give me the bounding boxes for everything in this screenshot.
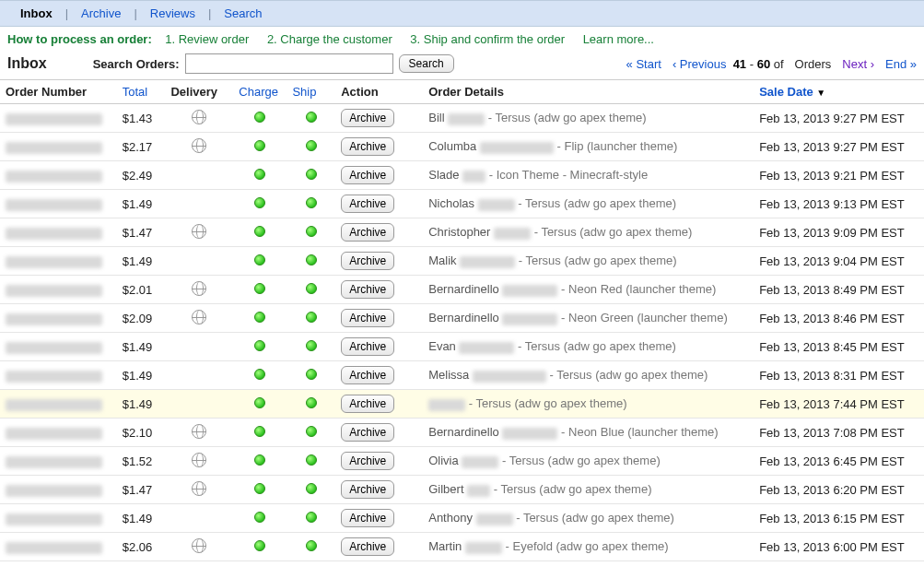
cell-delivery [165, 104, 233, 133]
status-dot-icon [254, 369, 265, 380]
pager-start[interactable]: « Start [626, 57, 661, 71]
archive-button[interactable]: Archive [341, 137, 394, 156]
table-row[interactable]: $2.17ArchiveColumba - Flip (launcher the… [0, 133, 924, 161]
archive-button[interactable]: Archive [341, 480, 394, 499]
header-ship[interactable]: Ship [287, 80, 335, 104]
customer-first-name: Columba [428, 139, 476, 153]
order-number-redacted [6, 399, 102, 411]
customer-first-name: Martin [428, 539, 462, 553]
help-learn-more[interactable]: Learn more... [583, 32, 654, 46]
cell-total: $2.49 [117, 161, 166, 190]
table-row[interactable]: $2.01ArchiveBernardinello - Neon Red (la… [0, 276, 924, 304]
archive-button[interactable]: Archive [341, 252, 394, 270]
cell-action: Archive [335, 104, 423, 133]
archive-button[interactable]: Archive [341, 509, 394, 527]
status-dot-icon [306, 512, 317, 523]
archive-button[interactable]: Archive [341, 166, 394, 184]
table-row[interactable]: $1.49Archive - Tersus (adw go apex theme… [0, 390, 924, 419]
header-sale-date[interactable]: Sale Date ▼ [754, 80, 924, 104]
cell-ship [287, 533, 335, 561]
cell-total: $1.47 [117, 218, 166, 247]
customer-last-name-redacted [459, 342, 514, 354]
table-row[interactable]: $2.10ArchiveBernardinello - Neon Blue (l… [0, 419, 924, 447]
table-row[interactable]: $1.47ArchiveChristopher - Tersus (adw go… [0, 218, 924, 247]
archive-button[interactable]: Archive [341, 280, 394, 299]
archive-button[interactable]: Archive [341, 366, 394, 384]
status-dot-icon [254, 454, 265, 466]
order-number-redacted [6, 171, 102, 183]
archive-button[interactable]: Archive [341, 337, 394, 356]
table-row[interactable]: $1.47ArchiveGilbert - Tersus (adw go ape… [0, 476, 924, 504]
archive-button[interactable]: Archive [341, 395, 394, 413]
cell-sale-date: Feb 13, 2013 9:27 PM EST [754, 133, 924, 161]
archive-button[interactable]: Archive [341, 309, 394, 327]
table-row[interactable]: $1.49ArchiveMalik - Tersus (adw go apex … [0, 247, 924, 276]
cell-charge [233, 104, 287, 133]
pager-previous[interactable]: ‹ Previous [673, 57, 727, 71]
cell-charge [233, 133, 287, 161]
globe-icon [192, 538, 206, 553]
cell-order-details: Gilbert - Tersus (adw go apex theme) [423, 476, 754, 504]
tab-archive[interactable]: Archive [68, 6, 134, 20]
status-dot-icon [254, 197, 265, 208]
cell-action: Archive [335, 504, 423, 533]
pager-next[interactable]: Next › [842, 57, 874, 71]
cell-delivery [165, 361, 233, 390]
customer-last-name-redacted [462, 456, 498, 468]
archive-button[interactable]: Archive [341, 537, 394, 556]
cell-delivery [165, 276, 233, 304]
cell-charge [233, 390, 287, 419]
status-dot-icon [254, 112, 265, 123]
cell-charge [233, 533, 287, 561]
order-number-redacted [6, 142, 102, 154]
customer-last-name-redacted [465, 542, 502, 554]
search-input[interactable] [185, 53, 393, 74]
cell-action: Archive [335, 361, 423, 390]
table-row[interactable]: $1.49ArchiveMelissa - Tersus (adw go ape… [0, 361, 924, 390]
cell-total: $2.01 [117, 276, 166, 304]
archive-button[interactable]: Archive [341, 452, 394, 470]
help-lead: How to process an order: [7, 32, 152, 46]
cell-sale-date: Feb 13, 2013 6:20 PM EST [754, 476, 924, 504]
header-charge[interactable]: Charge [233, 80, 287, 104]
header-action: Action [335, 80, 423, 104]
archive-button[interactable]: Archive [341, 423, 394, 442]
cell-action: Archive [335, 333, 423, 361]
cell-delivery [165, 533, 233, 561]
order-number-redacted [6, 542, 102, 554]
cell-charge [233, 304, 287, 333]
archive-button[interactable]: Archive [341, 109, 394, 127]
table-row[interactable]: $1.49ArchiveNicholas - Tersus (adw go ap… [0, 190, 924, 218]
cell-sale-date: Feb 13, 2013 7:08 PM EST [754, 419, 924, 447]
status-dot-icon [254, 340, 265, 351]
table-row[interactable]: $2.09ArchiveBernardinello - Neon Green (… [0, 304, 924, 333]
table-row[interactable]: $2.06ArchiveMartin - Eyefold (adw go ape… [0, 533, 924, 561]
table-row[interactable]: $1.49ArchiveEvan - Tersus (adw go apex t… [0, 333, 924, 361]
table-row[interactable]: $1.49ArchiveAnthony - Tersus (adw go ape… [0, 504, 924, 533]
customer-first-name: Nicholas [428, 196, 474, 210]
tab-reviews[interactable]: Reviews [137, 6, 208, 20]
pager-end[interactable]: End » [885, 57, 917, 71]
cell-total: $1.49 [117, 190, 166, 218]
help-step-3: 3. Ship and confirm the order [410, 32, 565, 46]
status-dot-icon [254, 512, 265, 523]
cell-order-details: Columba - Flip (launcher theme) [423, 133, 754, 161]
table-row[interactable]: $1.43ArchiveBill - Tersus (adw go apex t… [0, 104, 924, 133]
tab-inbox[interactable]: Inbox [7, 6, 65, 20]
table-row[interactable]: $1.52ArchiveOlivia - Tersus (adw go apex… [0, 447, 924, 476]
customer-last-name-redacted [448, 113, 485, 125]
globe-icon [192, 310, 206, 324]
archive-button[interactable]: Archive [341, 195, 394, 213]
cell-delivery [165, 247, 233, 276]
archive-button[interactable]: Archive [341, 223, 394, 242]
tab-search[interactable]: Search [211, 6, 275, 20]
table-row[interactable]: $2.49ArchiveSlade - Icon Theme - Minecra… [0, 161, 924, 190]
header-total[interactable]: Total [117, 80, 166, 104]
cell-order-details: Slade - Icon Theme - Minecraft-style [423, 161, 754, 190]
customer-last-name-redacted [478, 199, 515, 211]
product-name: Eyefold (adw go apex theme) [513, 539, 669, 553]
customer-last-name-redacted [502, 285, 557, 297]
search-button[interactable]: Search [399, 54, 454, 73]
status-dot-icon [306, 397, 317, 408]
cell-ship [287, 447, 335, 476]
